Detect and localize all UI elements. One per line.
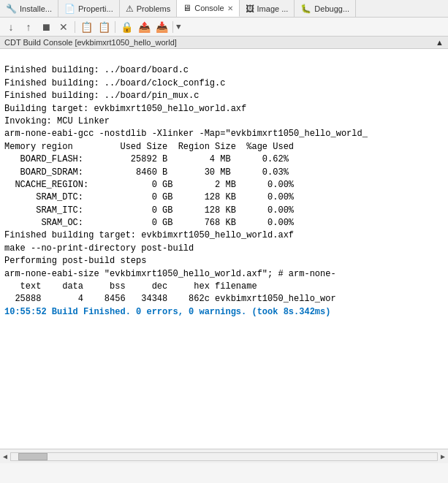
properties-icon: 📄 [64,4,75,14]
tab-problems-label: Problems [137,4,170,13]
copy-button[interactable]: 📋 [78,20,94,34]
tab-debug[interactable]: 🐛 Debugg... [295,0,356,17]
console-line: SRAM_ITC: 0 GB 128 KB 0.00% [4,205,444,217]
toolbar-separator-2 [115,21,115,33]
console-line: BOARD_FLASH: 25892 B 4 MB 0.62% [4,153,444,166]
scroll-right-button[interactable]: ▶ [441,452,445,461]
console-line: NCACHE_REGION: 0 GB 2 MB 0.00% [4,179,444,191]
toolbar-separator-3 [172,21,173,33]
tab-console-close[interactable]: ✕ [227,4,233,12]
image-icon: 🖼 [246,4,254,14]
console-line: Invoking: MCU Linker [4,115,444,128]
console-line: Performing post-build steps [4,255,444,267]
console-line: Finished building target: evkbimxrt1050_… [4,229,444,242]
clear-button[interactable]: ✕ [56,20,72,34]
horizontal-scrollbar[interactable] [10,452,438,461]
console-icon: 🖥 [183,3,191,13]
status-bar: ◀ ▶ [0,449,448,463]
console-line: Finished building: ../board/clock_config… [4,77,444,90]
installer-icon: 🔧 [6,4,17,14]
console-line: Memory region Used Size Region Size %age… [4,141,444,153]
problems-icon: ⚠ [126,4,134,14]
console-line: text data bss dec hex filename [4,281,444,293]
toolbar-separator-1 [75,21,75,33]
console-line: arm-none-eabi-size "evkbimxrt1050_hello_… [4,268,444,281]
paste-button[interactable]: 📋 [96,20,112,34]
tab-properties-label: Properti... [78,4,113,13]
stop-button[interactable]: ⏹ [38,20,54,34]
tab-bar: 🔧 Installe... 📄 Properti... ⚠ Problems 🖥… [0,0,448,18]
console-title-bar: CDT Build Console [evkbimxrt1050_hello_w… [0,37,448,49]
tab-image-label: Image ... [257,4,289,13]
scroll-up-button[interactable]: ↑ [20,20,37,34]
console-line: SRAM_DTC: 0 GB 128 KB 0.00% [4,191,444,204]
tab-properties[interactable]: 📄 Properti... [58,0,120,17]
console-line: 10:55:52 Build Finished. 0 errors, 0 war… [4,306,444,319]
scroll-left-button[interactable]: ◀ [3,452,7,461]
debug-icon: 🐛 [300,4,311,14]
tab-console-label: Console [194,4,224,12]
export-button[interactable]: 📤 [136,20,152,34]
dropdown-arrow-icon: ▼ [176,23,181,31]
tab-installer[interactable]: 🔧 Installe... [0,0,58,17]
console-title-text: CDT Build Console [evkbimxrt1050_hello_w… [4,38,177,47]
console-output[interactable]: Finished building: ../board/board.cFinis… [0,49,448,449]
console-line: BOARD_SDRAM: 8460 B 30 MB 0.03% [4,167,444,179]
console-line: Building target: evkbimxrt1050_hello_wor… [4,103,444,115]
tab-image[interactable]: 🖼 Image ... [240,0,295,17]
console-line: 25888 4 8456 34348 862c evkbimxrt1050_he… [4,293,444,305]
scrollbar-thumb[interactable] [18,453,48,460]
tab-debug-label: Debugg... [314,4,349,13]
console-line: arm-none-eabi-gcc -nostdlib -Xlinker -Ma… [4,128,444,140]
console-line: make --no-print-directory post-build [4,243,444,255]
console-scroll-top-icon[interactable]: ▲ [436,38,444,47]
view-dropdown[interactable]: ▼ [176,23,181,31]
tab-console[interactable]: 🖥 Console ✕ [177,0,239,17]
console-line: SRAM_OC: 0 GB 768 KB 0.00% [4,217,444,229]
console-line: Finished building: ../board/board.c [4,64,444,77]
scroll-down-button[interactable]: ↓ [3,20,19,34]
lock-button[interactable]: 🔒 [118,20,134,34]
tab-problems[interactable]: ⚠ Problems [120,0,177,17]
console-line: Finished building: ../board/pin_mux.c [4,90,444,102]
tab-installer-label: Installe... [20,4,52,13]
import-button[interactable]: 📥 [153,20,170,34]
toolbar: ↓ ↑ ⏹ ✕ 📋 📋 🔒 📤 📥 ▼ [0,18,448,37]
